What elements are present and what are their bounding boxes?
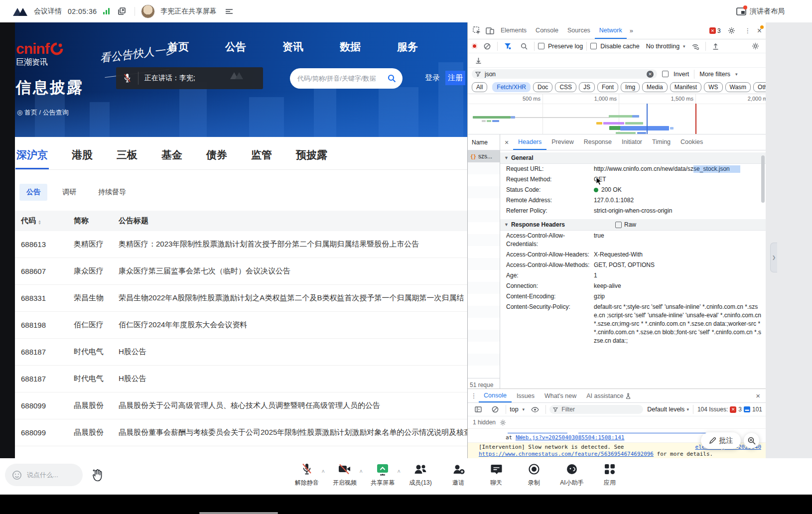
register-button[interactable]: 注册 (445, 71, 465, 85)
drawer-close-icon[interactable]: × (756, 391, 766, 400)
hidden-count[interactable]: 1 hidden (473, 419, 496, 426)
table-row[interactable]: 688613 奥精医疗 奥精医疗：2023年限制性股票激励计划首次授予部分第二个… (15, 231, 467, 258)
clear-filter-icon[interactable]: ✕ (647, 71, 654, 78)
clear-network-icon[interactable] (481, 40, 494, 53)
disable-cache-label[interactable]: Disable cache (600, 43, 640, 50)
console-filter[interactable] (549, 405, 643, 414)
sort-icon[interactable]: ▲▼ (38, 220, 41, 225)
search-input[interactable] (296, 74, 388, 83)
cell-title[interactable]: 奥精医疗：2023年限制性股票激励计划首次授予部分第二个归属期归属结果暨股份上市… (119, 240, 467, 249)
console-sidebar-icon[interactable] (472, 403, 485, 416)
devtools-close-icon[interactable]: × (757, 27, 762, 35)
drawer-tab-ai-assistance[interactable]: AI assistance (581, 389, 635, 402)
network-conditions-icon[interactable] (689, 40, 702, 53)
error-badge[interactable]: ✕3 (709, 27, 721, 34)
tab-network[interactable]: Network (595, 22, 627, 39)
detail-tab-timing[interactable]: Timing (647, 134, 676, 150)
chevron-down-icon[interactable]: ▾ (523, 407, 525, 412)
unmute-button[interactable]: 解除静音 ˄ (288, 462, 326, 487)
detail-tab-cookies[interactable]: Cookies (676, 134, 708, 150)
clear-console-icon[interactable] (489, 403, 502, 416)
eye-icon[interactable] (529, 403, 541, 416)
cell-title[interactable]: 康众医疗第三届监事会第七次（临时）会议决议公告 (119, 266, 467, 276)
chat-input[interactable] (26, 471, 76, 479)
issue-message-count[interactable]: 101 (752, 406, 762, 413)
nav-item-services[interactable]: 服务 (397, 40, 418, 54)
record-button[interactable]: 录制 (515, 462, 553, 487)
chip-ws[interactable]: WS (704, 82, 722, 92)
share-options-caret[interactable]: ˄ (398, 468, 401, 474)
chevron-down-icon[interactable]: ▾ (686, 407, 689, 412)
tab-funds[interactable]: 基金 (161, 148, 182, 169)
table-row[interactable]: 688331 荣昌生物 荣昌生物2022年A股限制性股票激励计划之A类权益第二个… (15, 285, 467, 312)
tab-sanban[interactable]: 三板 (117, 148, 137, 169)
detail-tab-initiator[interactable]: Initiator (617, 134, 647, 150)
nav-item-data[interactable]: 数据 (340, 40, 361, 54)
throttling-select[interactable]: No throttling (646, 43, 679, 50)
general-section-header[interactable]: ▼ General (500, 152, 766, 164)
collapsed-panel-handle[interactable]: ❯ (770, 243, 777, 272)
stack-link[interactable]: NWeb.js?v=20250403085504:1508:141 (516, 434, 625, 441)
more-filters-button[interactable]: More filters (699, 71, 730, 78)
tab-sources[interactable]: Sources (563, 22, 595, 39)
table-row[interactable]: 688099 晶晨股份 晶晨股份董事会薪酬与考核委员会关于公司2025年限制性股… (15, 419, 467, 446)
table-row[interactable]: 688198 佰仁医疗 佰仁医疗2024年年度股东大会会议资料 (15, 312, 467, 339)
more-tabs-icon[interactable]: » (627, 27, 636, 34)
nav-item-announcements[interactable]: 公告 (225, 40, 246, 54)
record-network-icon[interactable] (472, 43, 477, 49)
detail-tab-headers[interactable]: Headers (513, 134, 546, 150)
issue-error-count[interactable]: 3 (738, 406, 742, 413)
console-filter-input[interactable] (560, 405, 640, 413)
breadcrumb[interactable]: ◎ 首页 / 公告查询 (17, 108, 69, 117)
meeting-details-link[interactable]: 会议详情 (34, 7, 62, 16)
unmute-options-caret[interactable]: ˄ (322, 468, 325, 474)
chip-js[interactable]: JS (579, 82, 595, 92)
response-headers-section-header[interactable]: ▼ Response Headers Raw (500, 219, 766, 231)
raw-label[interactable]: Raw (624, 221, 636, 228)
cell-title[interactable]: H股公告 (119, 374, 467, 384)
login-link[interactable]: 登录 (425, 73, 440, 83)
col-code[interactable]: 代码 (21, 216, 36, 225)
chip-img[interactable]: Img (621, 82, 640, 92)
devtools-settings-icon[interactable] (725, 24, 738, 37)
chip-all[interactable]: All (472, 82, 487, 92)
chat-button[interactable]: 聊天 (477, 462, 515, 487)
subtab-supervision[interactable]: 持续督导 (91, 184, 133, 201)
drawer-tab-whats-new[interactable]: What's new (540, 389, 581, 402)
nav-item-news[interactable]: 资讯 (282, 40, 303, 54)
chromestatus-link[interactable]: https://www.chromestatus.com/feature/563… (479, 451, 654, 457)
chip-manifest[interactable]: Manifest (670, 82, 701, 92)
search-network-icon[interactable] (518, 40, 531, 53)
chevron-down-icon[interactable]: ▾ (683, 44, 685, 49)
headers-scrollbar[interactable] (761, 155, 765, 203)
subtab-announcements[interactable]: 公告 (19, 184, 47, 201)
preserve-log-label[interactable]: Preserve log (548, 43, 583, 50)
members-button[interactable]: 成员(13) (402, 462, 439, 487)
drawer-menu-icon[interactable]: ⋮ (469, 392, 479, 399)
levels-select[interactable]: Default levels (647, 406, 684, 413)
tab-regulation[interactable]: 监管 (251, 148, 272, 169)
chevron-down-icon[interactable]: ▾ (735, 72, 738, 77)
devtools-menu-icon[interactable]: ⋮ (743, 27, 753, 34)
cell-title[interactable]: H股公告 (119, 347, 467, 357)
tab-hk[interactable]: 港股 (72, 148, 93, 169)
search-icon[interactable] (388, 74, 396, 83)
drawer-tab-issues[interactable]: Issues (512, 389, 540, 402)
subtab-research[interactable]: 调研 (55, 184, 83, 201)
request-item[interactable]: {} szs... (468, 150, 500, 162)
invert-label[interactable]: Invert (674, 71, 689, 78)
magnifier-zoom-button[interactable] (744, 433, 759, 448)
table-row[interactable]: 688607 康众医疗 康众医疗第三届监事会第七次（临时）会议决议公告 (15, 258, 467, 285)
filter-input[interactable] (484, 70, 644, 78)
share-screen-button[interactable]: 共享屏幕 ˄ (364, 462, 402, 487)
detail-tab-response[interactable]: Response (579, 134, 617, 150)
table-row[interactable]: 688187 时代电气 H股公告 (15, 366, 467, 392)
raise-hand-button[interactable] (87, 463, 109, 487)
network-settings-icon[interactable] (749, 40, 762, 53)
detail-tab-preview[interactable]: Preview (546, 134, 578, 150)
cell-title[interactable]: 晶晨股份董事会薪酬与考核委员会关于公司2025年限制性股票激励计划激励对象名单的… (119, 428, 467, 437)
filter-pill[interactable]: ✕ (472, 69, 657, 79)
filter-icon[interactable] (501, 40, 514, 53)
hidden-settings-icon[interactable] (500, 419, 506, 426)
cell-title[interactable]: 晶晨股份关于公司高级管理人员、核心技术人员调整暨聘任高级管理人员的公告 (119, 401, 467, 410)
